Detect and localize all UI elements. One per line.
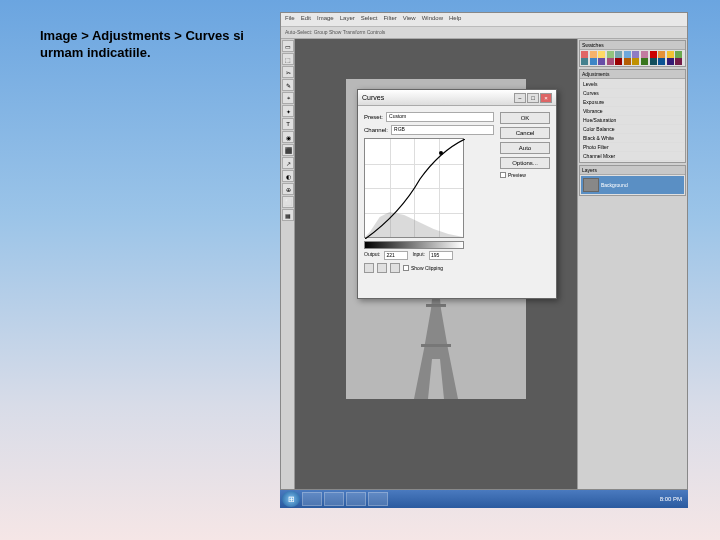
layer-thumbnail-icon — [583, 178, 599, 192]
swatch[interactable] — [658, 51, 665, 58]
curves-graph[interactable] — [364, 138, 464, 238]
gradient-tool[interactable]: ◐ — [282, 170, 294, 182]
swatch[interactable] — [624, 58, 631, 65]
curve-line[interactable] — [365, 139, 465, 239]
adjustments-panel: Adjustments LevelsCurvesExposureVibrance… — [579, 69, 686, 163]
swatches-panel: Swatches — [579, 40, 686, 67]
layers-panel: Layers Background — [579, 165, 686, 196]
menu-help[interactable]: Help — [449, 15, 461, 24]
eyedropper-tool[interactable]: ⌖ — [282, 92, 294, 104]
swatch[interactable] — [590, 51, 597, 58]
instruction-text: Image > Adjustments > Curves si urmam in… — [40, 28, 270, 62]
adjustment-item[interactable]: Hue/Saturation — [581, 116, 684, 125]
zoom-tool[interactable]: ↗ — [282, 157, 294, 169]
adjustment-item[interactable]: Vibrance — [581, 107, 684, 116]
dialog-titlebar[interactable]: Curves − □ × — [358, 90, 556, 106]
adjustment-item[interactable]: Photo Filter — [581, 143, 684, 152]
adjustment-item[interactable]: Color Balance — [581, 125, 684, 134]
options-button[interactable]: Options... — [500, 157, 550, 169]
start-button[interactable]: ⊞ — [282, 491, 300, 507]
swatch[interactable] — [590, 58, 597, 65]
adjustment-item[interactable]: Curves — [581, 89, 684, 98]
show-clipping-checkbox[interactable] — [403, 265, 409, 271]
move-tool[interactable]: ▭ — [282, 40, 294, 52]
swatch[interactable] — [641, 58, 648, 65]
menu-window[interactable]: Window — [422, 15, 443, 24]
layers-header[interactable]: Layers — [580, 166, 685, 175]
preview-label: Preview — [508, 172, 526, 178]
menu-layer[interactable]: Layer — [340, 15, 355, 24]
hand-tool[interactable]: ⬛ — [282, 144, 294, 156]
ok-button[interactable]: OK — [500, 112, 550, 124]
swatch[interactable] — [607, 58, 614, 65]
swatches-header[interactable]: Swatches — [580, 41, 685, 50]
adjustment-item[interactable]: Black & White — [581, 134, 684, 143]
clone-tool[interactable]: ⊕ — [282, 183, 294, 195]
swatch[interactable] — [650, 58, 657, 65]
crop-tool[interactable]: ✎ — [282, 79, 294, 91]
swatch[interactable] — [650, 51, 657, 58]
swatch[interactable] — [615, 58, 622, 65]
lasso-tool[interactable]: ✂ — [282, 66, 294, 78]
swatch[interactable] — [658, 58, 665, 65]
swatch[interactable] — [581, 51, 588, 58]
browser-taskbar-icon[interactable] — [324, 492, 344, 506]
layer-row[interactable]: Background — [581, 176, 684, 194]
cancel-button[interactable]: Cancel — [500, 127, 550, 139]
photoshop-taskbar-icon[interactable] — [346, 492, 366, 506]
input-field[interactable]: 195 — [429, 251, 453, 260]
app-taskbar-icon[interactable] — [368, 492, 388, 506]
swatch[interactable] — [615, 51, 622, 58]
adjustments-header[interactable]: Adjustments — [580, 70, 685, 79]
swatch[interactable] — [675, 51, 682, 58]
channel-select[interactable]: RGB — [391, 125, 494, 135]
preset-select[interactable]: Custom — [386, 112, 494, 122]
swatch[interactable] — [598, 58, 605, 65]
menu-select[interactable]: Select — [361, 15, 378, 24]
menu-image[interactable]: Image — [317, 15, 334, 24]
close-icon[interactable]: × — [540, 93, 552, 103]
swatch[interactable] — [675, 58, 682, 65]
menu-edit[interactable]: Edit — [301, 15, 311, 24]
swatch[interactable] — [641, 51, 648, 58]
auto-button[interactable]: Auto — [500, 142, 550, 154]
white-point-eyedropper[interactable] — [390, 263, 400, 273]
type-tool[interactable]: T — [282, 118, 294, 130]
gray-point-eyedropper[interactable] — [377, 263, 387, 273]
fg-color[interactable]: ⬜ — [282, 196, 294, 208]
menu-view[interactable]: View — [403, 15, 416, 24]
adjustment-item[interactable]: Levels — [581, 80, 684, 89]
swatch[interactable] — [667, 58, 674, 65]
swatch[interactable] — [581, 58, 588, 65]
shape-tool[interactable]: ◉ — [282, 131, 294, 143]
brush-tool[interactable]: ✦ — [282, 105, 294, 117]
bg-color[interactable]: ▦ — [282, 209, 294, 221]
photoshop-window: File Edit Image Layer Select Filter View… — [280, 12, 688, 490]
swatch[interactable] — [598, 51, 605, 58]
swatch[interactable] — [607, 51, 614, 58]
adjustment-item[interactable]: Exposure — [581, 98, 684, 107]
menu-filter[interactable]: Filter — [383, 15, 396, 24]
minimize-icon[interactable]: − — [514, 93, 526, 103]
output-field[interactable]: 221 — [384, 251, 408, 260]
swatch[interactable] — [632, 58, 639, 65]
windows-taskbar: ⊞ 8:00 PM — [280, 490, 688, 508]
black-point-eyedropper[interactable] — [364, 263, 374, 273]
maximize-icon[interactable]: □ — [527, 93, 539, 103]
preset-label: Preset: — [364, 114, 383, 120]
toolbox: ▭ ⬚ ✂ ✎ ⌖ ✦ T ◉ ⬛ ↗ ◐ ⊕ ⬜ ▦ — [281, 39, 295, 489]
swatch[interactable] — [624, 51, 631, 58]
options-bar: Auto-Select: Group Show Transform Contro… — [281, 27, 687, 39]
curves-dialog: Curves − □ × Preset: Custom Chan — [357, 89, 557, 299]
swatch[interactable] — [632, 51, 639, 58]
menu-file[interactable]: File — [285, 15, 295, 24]
canvas-area: Curves − □ × Preset: Custom Chan — [295, 39, 577, 489]
adjustment-item[interactable]: Channel Mixer — [581, 152, 684, 161]
explorer-taskbar-icon[interactable] — [302, 492, 322, 506]
marquee-tool[interactable]: ⬚ — [282, 53, 294, 65]
system-tray[interactable]: 8:00 PM — [656, 496, 686, 502]
show-clipping-label: Show Clipping — [411, 265, 443, 271]
swatch[interactable] — [667, 51, 674, 58]
dialog-title: Curves — [362, 94, 384, 101]
preview-checkbox[interactable] — [500, 172, 506, 178]
